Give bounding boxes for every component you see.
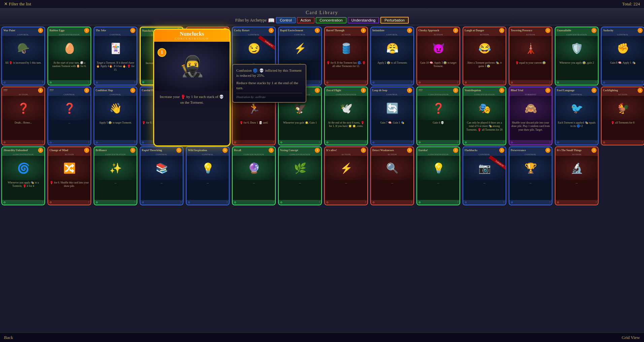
list-item[interactable]: Wild Inspiration 0 CONTROL 💡 ... ⚙ ? xyxy=(186,146,230,205)
card-footer-icon: ⚙ xyxy=(603,81,605,84)
card-footer-mark: ? xyxy=(272,141,274,144)
card-footer-icon: ⚙ xyxy=(511,141,513,144)
card-footer-icon: ⚙ xyxy=(96,201,98,204)
list-item[interactable]: Barrel Through 1 ACTION 🛢️ 🥊 for 8. If t… xyxy=(324,27,368,86)
card-footer: ⚙ ? xyxy=(48,200,91,205)
list-item[interactable]: ??? 2 CONCENTRATION ❓ Gain 4 💀 ⚙ ? xyxy=(416,87,460,145)
card-footer-icon: ⚙ xyxy=(326,141,329,144)
list-item[interactable]: Eureka! 2 CONCENTRATION 💡 ... ⚙ ? xyxy=(416,146,460,205)
card-footer-icon: ⚙ xyxy=(603,141,605,144)
card-header: Wild Inspiration 0 xyxy=(187,147,229,153)
list-item[interactable]: Change of Mind 1 ACTION 🔀 🥊 for 6. Shuff… xyxy=(47,146,91,205)
list-item[interactable]: ??? 2 CONTROL ❓ ... ⚙ ? xyxy=(47,87,91,145)
list-item[interactable]: Cockfighting 1 ACTION 🐓 🥊 all Torments f… xyxy=(601,87,644,145)
list-item[interactable]: Recall 1 CONCENTRATION 🔮 ... ⚙ ? xyxy=(232,146,276,205)
card-footer-mark: ? xyxy=(365,81,366,84)
card-footer: ⚙ ? xyxy=(509,80,552,85)
card-footer-mark: ? xyxy=(318,81,320,84)
card-cost: 1 xyxy=(545,28,550,33)
card-footer-mark: ? xyxy=(503,201,504,204)
list-item[interactable]: Cheeky Approach 2 ACTION 😈 Gain 10 🧠. Ap… xyxy=(416,27,460,86)
list-item[interactable]: Intimidate 1 CONTROL 😤 Apply 2 😰 to all … xyxy=(370,27,414,86)
card-title: Towering Presence xyxy=(511,29,545,32)
list-item[interactable]: Unassailable 2 CONCENTRATION 🛡️ Whenever… xyxy=(555,27,599,86)
card-title: Eureka! xyxy=(418,149,453,152)
list-item[interactable]: ??? 1 ACTION ❓ Doub... Remo... ⚙ ? xyxy=(1,87,45,145)
card-footer-icon: ⚙ xyxy=(96,81,98,84)
list-item[interactable]: War Paint 1 CONTROL 🪖 All 🥊 is increased… xyxy=(1,27,45,86)
card-cost: 1 xyxy=(407,28,412,33)
tooltip-line2: Reduce these stacks by 1 at the end of t… xyxy=(236,80,302,91)
card-title: Blind Trial xyxy=(511,89,545,92)
tooltip-box: Confusion 🌀: 💀 inflicted by this Torment… xyxy=(232,64,306,103)
card-footer: ⚙ ? xyxy=(371,140,413,145)
list-item[interactable]: It's alive! 2 ACTION ⚡ ... ⚙ ? xyxy=(324,146,368,205)
card-title: Rubber Eggs xyxy=(49,29,84,32)
expanded-card-cost: 1 xyxy=(158,48,166,57)
card-body: Gain 7 🧠. Gain 1 🎭 xyxy=(371,120,413,139)
filter-clear-button[interactable]: ✕ Filter the list xyxy=(4,1,31,7)
list-item[interactable]: Flashbacks 1 CONTROL 📷 TORMENT ... ⚙ ? xyxy=(463,146,506,205)
filter-understanding-button[interactable]: Understanding xyxy=(348,17,379,23)
card-footer: ⚙ ? xyxy=(48,80,91,85)
list-item[interactable]: Laugh at Danger 2 ACTION 😂 After a Torme… xyxy=(463,27,506,86)
card-cost: 0 xyxy=(545,148,550,153)
list-item[interactable]: The Joke 2 CONTROL 🃏 Target a Torment. I… xyxy=(94,27,137,86)
grid-view-button[interactable]: Grid View xyxy=(622,335,640,340)
list-item[interactable]: Detect Weaknesses 1 ACTION 🔍 ... ⚙ ? xyxy=(370,146,414,205)
card-header: Absurdity Unleashed 1 xyxy=(2,147,44,153)
card-footer-mark: ? xyxy=(134,141,135,144)
card-footer: ⚙ ? xyxy=(463,80,506,85)
card-body: ... xyxy=(233,180,275,199)
back-button[interactable]: Back xyxy=(4,335,13,340)
list-item[interactable]: Perseverance 0 CONTROL 🏆 ... ⚙ ? xyxy=(509,146,552,205)
list-item[interactable]: Blind Trial 1 TORMENT 🙈 Shuffle your dis… xyxy=(509,87,552,145)
card-cost: 1 xyxy=(84,28,89,33)
list-item[interactable]: Fowl Language 1 CONTROL 🐦 Each Torment i… xyxy=(555,87,599,145)
card-title: Fowl Language xyxy=(557,89,591,92)
list-item[interactable]: Vexing Concept 1 CONCENTRATION 🌿 ... ⚙ ? xyxy=(278,146,322,205)
list-item[interactable]: Rapid Theorizing 1 CONTROL 📚 ... ⚙ ? xyxy=(140,146,183,205)
card-footer-icon: ⚙ xyxy=(465,141,467,144)
card-subtype-label: CONTROL xyxy=(509,153,552,156)
card-footer-icon: ⚙ xyxy=(3,81,6,84)
list-item[interactable]: Towering Presence 1 ACTION 🗼 🥊 equal to … xyxy=(509,27,552,86)
card-body: Whenever you gain 🌟, Gain 1 xyxy=(279,120,321,139)
list-item[interactable]: Brilliance 1 CONCENTRATION ✨ ... ⚙ ? xyxy=(94,146,137,205)
card-footer: ⚙ ? xyxy=(509,200,552,205)
card-body: ... xyxy=(187,180,229,199)
card-footer-icon: ⚙ xyxy=(372,201,375,204)
filter-action-button[interactable]: Action xyxy=(297,17,315,23)
list-item[interactable]: Zen of Flight 2 CONCENTRATION 🕊️ At the … xyxy=(324,87,368,145)
card-header: ??? 2 xyxy=(48,87,91,93)
card-header: The Joke 2 xyxy=(94,27,137,33)
filter-perturbation-button[interactable]: Perturbation xyxy=(380,17,409,24)
card-body: All 🥊 is increased by 1 this turn. xyxy=(2,60,44,79)
list-item[interactable]: Rubber Eggs 1 CONCENTRATION 🥚 At the sta… xyxy=(47,27,91,86)
filter-control-button[interactable]: Control xyxy=(276,17,295,23)
card-header: Audacity 1 xyxy=(602,27,644,33)
card-title: Cocky Retort xyxy=(234,29,269,32)
card-footer: ⚙ ? xyxy=(94,80,137,85)
expanded-card[interactable]: Nunclucks CONCENTRATION 🥷 1 Increase you… xyxy=(153,29,231,146)
card-title: ??? xyxy=(49,89,84,92)
card-body: Each Torment is applied 🎭 equals to its … xyxy=(555,120,598,139)
card-cost: 1 xyxy=(269,28,274,33)
filter-concentration-button[interactable]: Concentration xyxy=(316,17,346,23)
list-item[interactable]: Absurdity Unleashed 1 CONCENTRATION 🌀 Wh… xyxy=(1,146,45,205)
card-title: The Joke xyxy=(96,29,130,32)
list-item[interactable]: It's The Small Things 1 ACTION 🔬 ... ⚙ ? xyxy=(555,146,599,205)
card-image: 😈 xyxy=(417,36,460,60)
card-cost: 1 xyxy=(545,88,550,93)
card-footer-mark: ? xyxy=(365,201,366,204)
list-item[interactable]: Confident Slap 1 CONTROL 👋 Apply 5 😰 to … xyxy=(94,87,137,145)
card-title: Audacity xyxy=(603,29,638,32)
list-item[interactable]: Ventriloquism 1 CONCENTRATION 🎭 Can only… xyxy=(463,87,506,145)
card-cost: 1 xyxy=(315,148,320,153)
card-footer-mark: ? xyxy=(457,201,458,204)
list-item[interactable]: Audacity 1 CONTROL ✊ Gain 8 🧠. Apply 1 🎭… xyxy=(601,27,644,86)
card-subtype-label: CONTROL xyxy=(371,33,413,36)
card-subtype-label: CONCENTRATION xyxy=(417,153,460,156)
card-subtype-label: CONTROL xyxy=(94,93,137,96)
list-item[interactable]: Loop de loop 1 CONTROL 🔄 Gain 7 🧠. Gain … xyxy=(370,87,414,145)
